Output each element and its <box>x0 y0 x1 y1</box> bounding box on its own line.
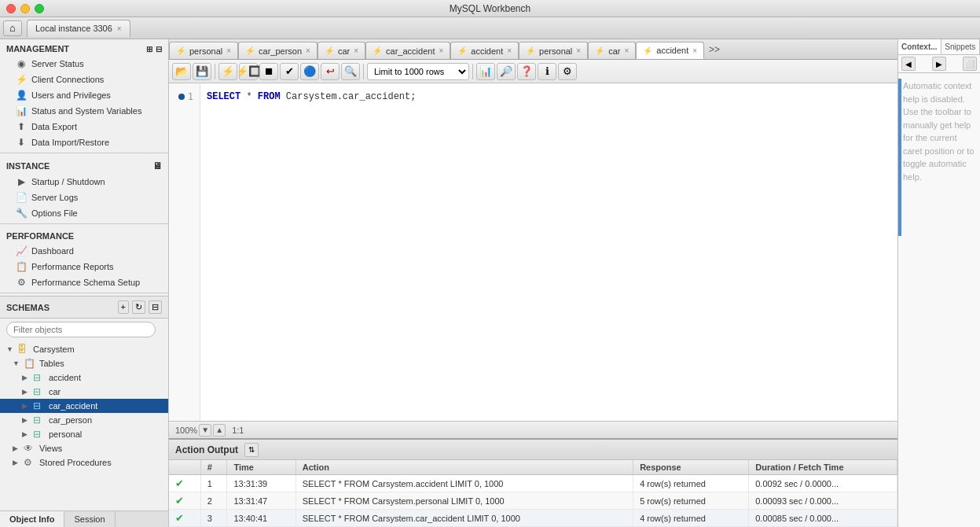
tree-item-carsystem[interactable]: ▼ 🗄 Carsystem <box>0 342 168 356</box>
schema-filter-input[interactable] <box>6 322 156 337</box>
tab-close-personal-1[interactable]: × <box>226 46 231 55</box>
tab-object-info[interactable]: Object Info <box>0 511 64 527</box>
sql-tab-personal-2[interactable]: ⚡ personal × <box>519 42 588 59</box>
row-3-duration: 0.00085 sec / 0.000... <box>749 510 897 527</box>
tree-item-car[interactable]: ▶ ⊟ car <box>0 385 168 399</box>
more-options-button[interactable]: ⚙ <box>558 63 577 80</box>
management-collapse-icon[interactable]: ⊟ <box>156 45 162 53</box>
col-status <box>169 460 200 475</box>
sidebar-item-performance-reports[interactable]: 📋 Performance Reports <box>0 259 168 275</box>
stored-procs-chevron: ▶ <box>13 459 24 466</box>
bolt-icon-2: ⚡ <box>245 46 255 55</box>
tab-overflow-button[interactable]: >> <box>704 44 725 55</box>
views-chevron: ▶ <box>13 444 24 452</box>
tree-item-accident[interactable]: ▶ ⊟ accident <box>0 370 168 385</box>
keyword-select: SELECT <box>207 91 240 102</box>
tab-close-accident-1[interactable]: × <box>507 46 512 55</box>
action-output-header: Action Output ⇅ <box>169 438 897 460</box>
context-help-button[interactable]: ❓ <box>517 63 536 80</box>
tab-close-car-accident[interactable]: × <box>439 46 443 55</box>
minimize-button[interactable] <box>20 4 30 13</box>
schemas-add-icon[interactable]: + <box>118 300 129 314</box>
tree-item-personal[interactable]: ▶ ⊟ personal <box>0 427 168 441</box>
data-import-label: Data Import/Restore <box>31 138 109 147</box>
context-back-button[interactable]: ◀ <box>901 57 916 71</box>
sort-output-button[interactable]: ⇅ <box>244 443 259 457</box>
sidebar-item-data-import[interactable]: ⬇ Data Import/Restore <box>0 135 168 150</box>
sidebar-item-server-status[interactable]: ◉ Server Status <box>0 56 168 72</box>
auto-commit-button[interactable]: ✔ <box>280 63 299 80</box>
commit-button[interactable]: 🔵 <box>300 63 319 80</box>
sidebar-item-data-export[interactable]: ⬆ Data Export <box>0 119 168 135</box>
tab-context[interactable]: Context... <box>898 39 941 54</box>
tab-close-car-person[interactable]: × <box>306 46 310 55</box>
context-action-button[interactable]: ⬜ <box>963 57 977 71</box>
tree-item-car-person[interactable]: ▶ ⊟ car_person <box>0 413 168 427</box>
tree-item-car-accident[interactable]: ▶ ⊟ car_accident <box>0 399 168 413</box>
instance-tab-close[interactable]: × <box>117 24 122 33</box>
performance-schema-label: Performance Schema Setup <box>31 278 140 287</box>
zoom-up-button[interactable]: ▲ <box>213 424 226 437</box>
instance-tab[interactable]: Local instance 3306 × <box>27 20 130 37</box>
tab-close-accident-2[interactable]: × <box>692 46 697 55</box>
sidebar-item-users-privileges[interactable]: 👤 Users and Privileges <box>0 87 168 103</box>
sql-tab-accident-1[interactable]: ⚡ accident × <box>450 42 519 59</box>
col-num: # <box>200 460 227 475</box>
startup-label: Startup / Shutdown <box>31 177 105 186</box>
tree-item-stored-procedures[interactable]: ▶ ⚙ Stored Procedures <box>0 455 168 470</box>
sql-tab-personal-1[interactable]: ⚡ personal × <box>169 42 238 59</box>
sidebar-item-dashboard[interactable]: 📈 Dashboard <box>0 243 168 259</box>
sidebar-item-client-connections[interactable]: ⚡ Client Connections <box>0 72 168 87</box>
context-forward-button[interactable]: ▶ <box>932 57 946 71</box>
tab-label-accident-2: accident <box>656 46 688 55</box>
toggle-help-button[interactable]: ℹ <box>538 63 556 80</box>
execute-explain-visual-button[interactable]: 🔎 <box>497 63 516 80</box>
car-accident-chevron: ▶ <box>22 402 33 410</box>
close-button[interactable] <box>6 4 16 13</box>
tree-item-views[interactable]: ▶ 👁 Views <box>0 441 168 455</box>
sql-tab-car-accident[interactable]: ⚡ car_accident × <box>365 42 450 59</box>
accident-chevron: ▶ <box>22 374 33 381</box>
performance-title: PERFORMANCE <box>6 231 74 241</box>
home-button[interactable]: ⌂ <box>3 20 22 36</box>
sql-tab-car-person[interactable]: ⚡ car_person × <box>238 42 317 59</box>
tab-snippets[interactable]: Snippets <box>941 39 980 54</box>
schemas-collapse-icon[interactable]: ⊟ <box>149 300 162 314</box>
tree-item-tables[interactable]: ▼ 📋 Tables <box>0 356 168 370</box>
tab-close-car[interactable]: × <box>354 46 358 55</box>
execute-button[interactable]: ⚡ <box>218 63 237 80</box>
execute-selection-button[interactable]: ⚡🔲 <box>239 63 258 80</box>
tab-close-personal-2[interactable]: × <box>576 46 581 55</box>
app-title: MySQL Workbench <box>450 3 530 14</box>
rollback-button[interactable]: ↩ <box>321 63 340 80</box>
tab-close-car-2[interactable]: × <box>624 46 629 55</box>
sql-tab-car-2[interactable]: ⚡ car × <box>588 42 636 59</box>
maximize-button[interactable] <box>35 4 44 13</box>
sidebar-item-server-logs[interactable]: 📄 Server Logs <box>0 190 168 205</box>
tables-label: Tables <box>39 359 64 368</box>
table-icon: ⊟ <box>33 372 46 383</box>
sql-tab-accident-2[interactable]: ⚡ accident × <box>636 42 704 59</box>
sql-tab-car[interactable]: ⚡ car × <box>317 42 365 59</box>
management-expand-icon[interactable]: ⊞ <box>146 45 152 53</box>
bolt-icon-8: ⚡ <box>643 46 652 55</box>
users-icon: 👤 <box>16 90 27 101</box>
tables-icon: 📋 <box>24 358 36 369</box>
users-label: Users and Privileges <box>31 90 111 100</box>
schemas-refresh-icon[interactable]: ↻ <box>132 300 145 314</box>
tab-session[interactable]: Session <box>64 511 115 527</box>
execute-explain-button[interactable]: 📊 <box>476 63 495 80</box>
sidebar-item-startup-shutdown[interactable]: ▶ Startup / Shutdown <box>0 174 168 190</box>
find-button[interactable]: 🔍 <box>341 63 360 80</box>
sidebar-item-options-file[interactable]: 🔧 Options File <box>0 205 168 221</box>
stop-button[interactable]: ⏹ <box>259 63 278 80</box>
zoom-down-button[interactable]: ▼ <box>199 424 211 437</box>
sidebar-item-performance-schema-setup[interactable]: ⚙ Performance Schema Setup <box>0 275 168 290</box>
limit-rows-select[interactable]: Limit to 1000 rows <box>367 63 469 80</box>
save-file-button[interactable]: 💾 <box>193 63 211 80</box>
open-file-button[interactable]: 📂 <box>172 63 191 80</box>
schemas-section-header: SCHEMAS + ↻ ⊟ <box>0 296 168 319</box>
sidebar-item-status-system-variables[interactable]: 📊 Status and System Variables <box>0 103 168 119</box>
views-icon: 👁 <box>24 443 36 454</box>
sql-code-area[interactable]: SELECT * FROM Carsystem.car_accident; <box>200 83 897 421</box>
